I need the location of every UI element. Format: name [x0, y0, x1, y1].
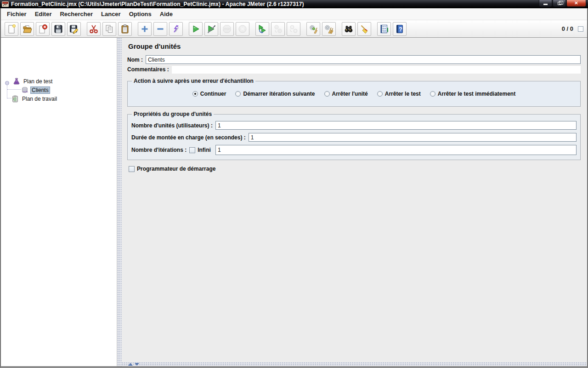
close-icon: ✕ — [574, 1, 578, 6]
tree-label-workbench: Plan de travail — [21, 95, 58, 103]
jmeter-window: Formation_PetClinic.jmx (C:\Utils\Jmeter… — [0, 0, 588, 368]
radio-stop-thread-label: Arrêter l'unité — [332, 91, 368, 97]
radio-stop-test-now[interactable]: Arrêter le test immédiatement — [430, 91, 515, 97]
shutdown-circle-icon — [237, 24, 248, 34]
search-reset-button[interactable] — [357, 22, 371, 36]
radio-stop-test-now-label: Arrêter le test immédiatement — [438, 91, 515, 97]
test-plan-tree: Plan de test Clients Plan de travail — [1, 38, 117, 366]
function-helper-button[interactable] — [377, 22, 391, 36]
remote-start-all-button[interactable] — [255, 22, 269, 36]
content-column: Groupe d'unités Nom : Commentaires : Act… — [122, 38, 587, 366]
rampup-input[interactable] — [249, 133, 577, 142]
save-as-button[interactable] — [67, 22, 81, 36]
add-button[interactable] — [138, 22, 152, 36]
menu-fichier[interactable]: Fichier — [3, 9, 31, 19]
remote-stop-icon — [273, 24, 283, 34]
menu-options[interactable]: Options — [125, 9, 156, 19]
name-label: Nom : — [127, 57, 143, 63]
menu-lancer[interactable]: Lancer — [97, 9, 125, 19]
tree-content-divider[interactable] — [117, 38, 122, 366]
toolbar-clear-group — [306, 22, 336, 36]
radio-start-next-loop[interactable]: Démarrer itération suivante — [235, 91, 315, 97]
restore-button[interactable] — [553, 0, 566, 7]
log-panel-divider[interactable] — [122, 362, 587, 366]
minimize-button[interactable] — [539, 0, 552, 7]
toolbar: STOP ? 0 / 0 — [1, 20, 587, 38]
purple-arrows-icon — [171, 24, 181, 34]
jmeter-app-icon — [2, 1, 9, 7]
start-button[interactable] — [189, 22, 203, 36]
remove-button[interactable] — [153, 22, 167, 36]
start-no-timers-button[interactable] — [204, 22, 218, 36]
scheduler-checkbox[interactable] — [129, 166, 135, 172]
radio-stop-test[interactable]: Arrêter le test — [377, 91, 421, 97]
stop-button: STOP — [220, 22, 234, 36]
menu-editer[interactable]: Editer — [31, 9, 56, 19]
comments-input[interactable] — [172, 65, 581, 74]
cut-button[interactable] — [87, 22, 101, 36]
open-button[interactable] — [20, 22, 34, 36]
comments-label: Commentaires : — [127, 66, 169, 73]
active-threads-counter: 0 / 0 — [562, 25, 573, 32]
toolbar-remote-group — [255, 22, 300, 36]
radio-start-next-loop-circle — [235, 91, 241, 97]
clear-button[interactable] — [306, 22, 320, 36]
rampup-row: Durée de montée en charge (en secondes) … — [131, 133, 577, 142]
page-title: Groupe d'unités — [128, 42, 581, 50]
name-input[interactable] — [146, 55, 581, 64]
loops-row: Nombre d'itérations : Infini — [131, 145, 577, 155]
toolbar-node-group — [138, 22, 183, 36]
radio-continue[interactable]: Continuer — [192, 91, 226, 97]
divider-expand-up-icon[interactable] — [128, 363, 133, 366]
paste-button[interactable] — [118, 22, 132, 36]
radio-start-next-loop-label: Démarrer itération suivante — [243, 91, 315, 97]
rampup-label: Durée de montée en charge (en secondes) … — [131, 134, 246, 141]
threads-label: Nombre d'unités (utilisateurs) : — [131, 122, 213, 129]
menu-aide[interactable]: Aide — [156, 9, 177, 19]
tree-line-workbench — [7, 98, 11, 98]
close-file-icon — [38, 24, 48, 34]
loops-label: Nombre d'itérations : — [131, 147, 187, 153]
tree-node-workbench[interactable]: Plan de travail — [11, 94, 58, 103]
window-controls: ✕ — [538, 0, 586, 8]
radio-stop-test-label: Arrêter le test — [385, 91, 421, 97]
error-action-group: Action à suivre après une erreur d'échan… — [127, 78, 581, 107]
gear-brooms-icon — [324, 24, 334, 34]
svg-text:?: ? — [399, 26, 402, 32]
menu-rechercher[interactable]: Rechercher — [56, 9, 97, 19]
scissors-icon — [89, 24, 99, 34]
function-list-icon — [379, 24, 389, 34]
title-bar: Formation_PetClinic.jmx (C:\Utils\Jmeter… — [0, 0, 588, 8]
clear-all-button[interactable] — [322, 22, 336, 36]
thread-properties-title: Propriétés du groupe d'unités — [132, 111, 214, 117]
new-file-icon — [6, 24, 17, 34]
close-file-button[interactable] — [36, 22, 50, 36]
comments-row: Commentaires : — [127, 65, 581, 74]
radio-stop-test-circle — [377, 91, 383, 97]
radio-stop-thread[interactable]: Arrêter l'unité — [324, 91, 368, 97]
tree-line-vertical — [7, 85, 7, 98]
save-floppy-icon — [53, 24, 63, 34]
threads-row: Nombre d'unités (utilisateurs) : — [131, 121, 577, 130]
refresh-button[interactable] — [169, 22, 183, 36]
help-button[interactable]: ? — [393, 22, 407, 36]
stop-sign-icon: STOP — [222, 24, 232, 34]
tree-node-clients[interactable]: Clients — [21, 86, 50, 94]
test-status-indicator — [578, 26, 583, 32]
binoculars-icon — [344, 24, 354, 34]
divider-expand-down-icon[interactable] — [135, 363, 139, 366]
new-button[interactable] — [5, 22, 18, 36]
close-button[interactable]: ✕ — [566, 0, 586, 7]
toolbar-file-group — [5, 22, 81, 36]
save-button[interactable] — [51, 22, 65, 36]
tree-node-test-plan[interactable]: Plan de test — [13, 77, 54, 86]
green-play-slash-icon — [206, 24, 216, 34]
threads-input[interactable] — [215, 121, 577, 130]
remote-shutdown-icon — [288, 24, 299, 34]
scheduler-row: Programmateur de démarrage — [129, 166, 581, 172]
infinite-checkbox[interactable] — [189, 147, 195, 153]
search-button[interactable] — [342, 22, 356, 36]
tree-label-clients: Clients — [30, 86, 50, 94]
loops-input[interactable] — [215, 145, 577, 155]
copy-button[interactable] — [102, 22, 116, 36]
